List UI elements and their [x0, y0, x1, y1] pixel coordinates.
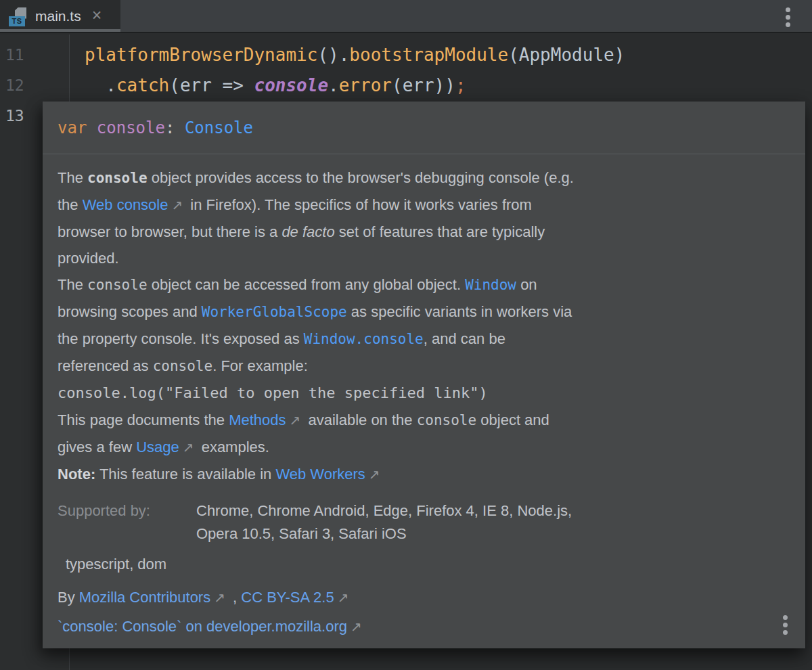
punctuation-token: (err => — [169, 75, 254, 95]
external-link-icon: ↗ — [338, 590, 349, 605]
doc-tags: typescript, dom — [58, 553, 790, 576]
punctuation-token: (AppModule) — [508, 45, 625, 65]
punctuation-token: . — [328, 75, 339, 95]
punctuation-token — [87, 118, 96, 137]
doc-text-line: provided. — [58, 245, 790, 271]
italic-text-run: de facto — [281, 223, 334, 240]
doc-text-line: the Web console↗ in Firefox). The specif… — [58, 192, 790, 219]
doc-text-line: The console object can be accessed from … — [58, 271, 790, 298]
inline-code-bold: console — [87, 170, 148, 186]
function-token: error — [339, 75, 392, 95]
doc-link[interactable]: Usage — [136, 439, 179, 455]
text-run: the — [58, 196, 83, 213]
line-number[interactable]: 11 — [0, 40, 69, 70]
doc-paragraph: This page documents the Methods↗ availab… — [58, 407, 790, 461]
external-link-icon: ↗ — [171, 198, 183, 213]
function-token: platformBrowserDynamic — [85, 45, 317, 65]
doc-link[interactable]: Methods — [229, 411, 286, 428]
text-run: in Firefox). The specifics of how it wor… — [186, 196, 532, 213]
attribution-line: By Mozilla Contributors↗ , CC BY-SA 2.5↗ — [58, 585, 790, 610]
inline-code: console — [417, 412, 477, 428]
source-link[interactable]: `console: Console` on developer.mozilla.… — [58, 618, 347, 635]
text-run: on — [516, 276, 537, 293]
supported-by-label: Supported by: — [58, 499, 196, 545]
supported-by-line: Opera 10.5, Safari 3, Safari iOS — [196, 522, 572, 545]
footer-link[interactable]: CC BY-SA 2.5 — [241, 589, 334, 606]
footer-link[interactable]: Mozilla Contributors — [79, 589, 210, 606]
keyword-token: var — [58, 118, 87, 137]
line-number[interactable]: 12 — [0, 70, 69, 101]
function-token: bootstrapModule — [349, 45, 508, 65]
text-run: available on the — [304, 411, 416, 428]
doc-link[interactable]: Web Workers — [275, 466, 365, 483]
doc-text-line: The console object provides access to th… — [58, 164, 790, 192]
text-run: This feature is available in — [95, 466, 275, 483]
text-run: , — [229, 589, 241, 606]
text-run: By — [58, 589, 79, 606]
code-line[interactable]: .catch(err => console.error(err)); — [85, 70, 812, 101]
text-run: referenced as — [58, 357, 153, 374]
documentation-popup: var console: Console The console object … — [43, 102, 805, 648]
doc-paragraph: The console object can be accessed from … — [58, 271, 790, 380]
doc-paragraph: The console object provides access to th… — [58, 164, 790, 271]
tab-main-ts[interactable]: TS main.ts × — [0, 0, 120, 32]
external-link-icon: ↗ — [351, 619, 362, 634]
more-options-icon[interactable] — [783, 5, 793, 30]
text-run: examples. — [198, 439, 269, 455]
doc-link[interactable]: Web console — [83, 196, 168, 213]
text-run: The — [58, 169, 87, 186]
typescript-file-icon: TS — [9, 6, 28, 26]
doc-text-line: gives a few Usage↗ examples. — [58, 434, 790, 461]
close-tab-icon[interactable]: × — [92, 7, 102, 24]
supported-by-line: Chrome, Chrome Android, Edge, Firefox 4,… — [196, 499, 572, 522]
doc-text-line: This page documents the Methods↗ availab… — [58, 407, 790, 434]
code-line[interactable]: platformBrowserDynamic().bootstrapModule… — [85, 40, 812, 70]
semicolon-token: ; — [455, 75, 466, 95]
type-token: Console — [185, 118, 253, 137]
variable-token: console — [254, 75, 328, 95]
external-link-icon: ↗ — [290, 413, 301, 428]
ide-window: { "icons": { "close": "×", "external_arr… — [0, 0, 812, 670]
text-run: The — [58, 276, 87, 293]
text-run: object provides access to the browser's … — [148, 169, 574, 186]
code-area: platformBrowserDynamic().bootstrapModule… — [85, 40, 812, 101]
punctuation-token: . — [85, 75, 116, 95]
external-link-icon: ↗ — [214, 590, 225, 605]
code-example: console.log("Failed to open the specifie… — [58, 380, 790, 407]
inline-code-link[interactable]: Window — [465, 277, 516, 293]
doc-text-line: browser to browser, but there is a de fa… — [58, 219, 790, 245]
text-run: set of features that are typically — [335, 223, 545, 240]
tab-title: main.ts — [35, 8, 81, 24]
more-options-icon[interactable] — [780, 612, 790, 638]
text-run: , and can be — [424, 330, 505, 347]
source-link-line: `console: Console` on developer.mozilla.… — [58, 614, 790, 640]
doc-text-line: referenced as console. For example: — [58, 353, 790, 380]
text-run: as specific variants in workers via — [347, 303, 572, 320]
text-run: browser to browser, but there is a — [58, 223, 281, 240]
text-run: browsing scopes and — [58, 303, 202, 320]
doc-text-line: browsing scopes and WorkerGlobalScope as… — [58, 298, 790, 326]
text-run: the property console. It's exposed as — [58, 330, 304, 347]
bold-text-run: Note: — [58, 466, 95, 483]
text-run: provided. — [58, 250, 119, 267]
doc-signature: var console: Console — [43, 102, 805, 154]
inline-code: console — [153, 358, 213, 374]
editor-tab-bar: TS main.ts × — [0, 0, 812, 33]
function-token: catch — [116, 75, 169, 95]
punctuation-token: (). — [317, 45, 349, 65]
external-link-icon: ↗ — [369, 467, 380, 482]
text-run: object can be accessed from any global o… — [148, 276, 466, 293]
doc-note-line: Note: This feature is available in Web W… — [58, 461, 790, 488]
doc-body: The console object provides access to th… — [43, 154, 805, 640]
inline-code-link[interactable]: Window.console — [304, 331, 424, 347]
active-tab-indicator — [0, 29, 120, 32]
inline-code-link[interactable]: WorkerGlobalScope — [202, 304, 347, 320]
inline-code: console — [87, 277, 148, 293]
text-run: This page documents the — [58, 411, 229, 428]
text-run: . For example: — [212, 357, 308, 374]
variable-token: console — [97, 118, 165, 137]
supported-by-row: Supported by: Chrome, Chrome Android, Ed… — [58, 499, 790, 545]
supported-by-value: Chrome, Chrome Android, Edge, Firefox 4,… — [196, 499, 572, 545]
text-run: gives a few — [58, 439, 136, 455]
punctuation-token: (err)) — [392, 75, 455, 95]
